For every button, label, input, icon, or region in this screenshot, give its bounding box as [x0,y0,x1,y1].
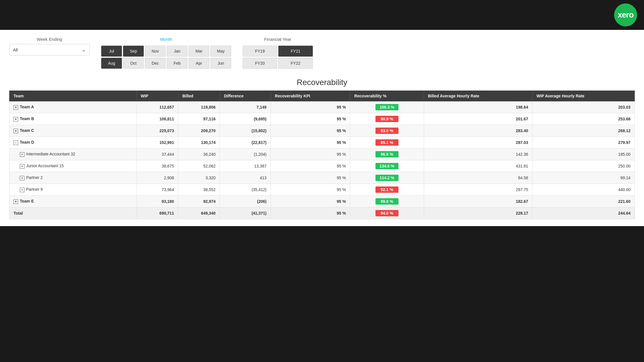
row-recov-pct: 134.6 % [350,160,424,172]
row-name-cell: +Team E [9,196,137,207]
row-difference: (206) [220,196,271,207]
row-billed: 52,062 [178,160,220,172]
row-difference: (9,695) [220,113,271,125]
row-name-cell: +Team C [9,125,137,137]
table-row: +Intermediate Accountant 3237,44436,240(… [9,149,635,160]
row-name-cell: +Intermediate Accountant 32 [9,149,137,160]
col-header-wip-avg: WIP Average Hourly Rate [532,91,635,101]
expand-icon[interactable]: + [20,152,24,157]
table-row: +Partner 22,9083,32041395 %114.2 %84.589… [9,172,635,184]
fy-btn-fy20[interactable]: FY20 [243,58,277,69]
row-wip: 93,180 [137,196,178,207]
expand-icon[interactable]: + [14,199,18,204]
row-name-cell: +Team A [9,101,137,113]
row-recov-pct: 85.1 % [350,137,424,149]
table-title: Recoverability [9,78,635,87]
month-btn-sep[interactable]: Sep [123,46,144,57]
row-wip: 106,811 [137,113,178,125]
row-recov-pct: 106.3 % [350,101,424,113]
month-btn-nov[interactable]: Nov [145,46,166,57]
row-difference: (35,412) [220,184,271,196]
month-btn-apr[interactable]: Apr [189,58,209,69]
recov-badge: 94.0 % [375,210,398,216]
row-recov_kpi: 95 % [271,137,350,149]
fy-grid: FY19 FY21 FY20 FY22 [243,46,313,69]
top-bar: xero [0,0,644,30]
row-billed_avg: 283.40 [424,125,532,137]
col-header-wip: WIP [137,91,178,101]
row-wip: 73,964 [137,184,178,196]
month-btn-jul[interactable]: Jul [101,46,122,57]
row-recov-pct: 96.8 % [350,149,424,160]
table-row: +Junior Accountant 1538,67552,06213,3879… [9,160,635,172]
table-row: +Team B106,81197,116(9,695)95 %90.9 %201… [9,113,635,125]
row-recov_kpi: 95 % [271,125,350,137]
expand-icon[interactable]: + [20,188,24,192]
row-recov_kpi: 95 % [271,160,350,172]
row-billed_avg: 431.81 [424,160,532,172]
table-row: +Team E93,18092,974(206)95 %99.8 %182.67… [9,196,635,207]
row-billed_avg: 198.64 [424,101,532,113]
row-recov-pct: 90.9 % [350,113,424,125]
expand-icon[interactable]: + [20,176,24,180]
row-difference: (1,204) [220,149,271,160]
row-recov_kpi: 95 % [271,207,350,219]
row-recov-pct: 114.2 % [350,172,424,184]
month-btn-aug[interactable]: Aug [101,58,122,69]
fy-btn-fy22[interactable]: FY22 [278,58,313,69]
row-difference: (41,371) [220,207,271,219]
xero-logo: xero [614,3,637,26]
row-billed_avg: 84.58 [424,172,532,184]
row-difference: 7,149 [220,101,271,113]
row-billed_avg: 297.75 [424,184,532,196]
expand-icon[interactable]: + [14,117,18,122]
row-recov-pct: 99.8 % [350,196,424,207]
fy-btn-fy19[interactable]: FY19 [243,46,277,57]
month-btn-mar[interactable]: Mar [189,46,209,57]
row-billed_avg: 287.03 [424,137,532,149]
table-row: +Team A112,657119,8067,14995 %106.3 %198… [9,101,635,113]
row-name-cell: -Team D [9,137,137,149]
filters-row: Week Ending All ⌄ Month Jul Sep Nov Jan … [9,37,635,69]
col-header-recov-pct: Recoverability % [350,91,424,101]
week-ending-dropdown[interactable]: All ⌄ [9,44,90,55]
row-name-cell: +Partner 9 [9,184,137,196]
row-name: Team B [20,116,34,121]
row-name-cell: +Partner 2 [9,172,137,184]
row-billed: 209,270 [178,125,220,137]
row-recov_kpi: 95 % [271,113,350,125]
fy-btn-fy21[interactable]: FY21 [278,46,313,57]
row-wip: 225,073 [137,125,178,137]
month-btn-may[interactable]: May [210,46,231,57]
row-wip_avg: 203.03 [532,101,635,113]
table-row: +Team C225,073209,270(15,802)95 %93.0 %2… [9,125,635,137]
table-row: +Partner 973,96438,552(35,412)95 %52.1 %… [9,184,635,196]
recov-badge: 99.8 % [375,198,398,205]
row-billed: 38,552 [178,184,220,196]
month-btn-feb[interactable]: Feb [167,58,187,69]
row-difference: (15,802) [220,125,271,137]
row-name: Intermediate Accountant 32 [26,152,75,156]
expand-icon[interactable]: + [20,164,24,169]
row-name: Team D [20,140,34,145]
month-btn-dec[interactable]: Dec [145,58,166,69]
month-btn-oct[interactable]: Oct [123,58,144,69]
row-name: Junior Accountant 15 [26,163,64,168]
table-section: Recoverability Team WIP Billed Differenc… [9,78,635,219]
expand-icon[interactable]: + [14,129,18,133]
recov-badge: 96.8 % [375,151,398,157]
recov-badge: 134.6 % [375,163,398,169]
row-name: Team C [20,128,34,133]
collapse-icon[interactable]: - [14,140,18,145]
row-wip: 152,991 [137,137,178,149]
table-row: Total690,711649,340(41,371)95 %94.0 %228… [9,207,635,219]
row-billed: 36,240 [178,149,220,160]
month-btn-jan[interactable]: Jan [167,46,187,57]
row-recov-pct: 52.1 % [350,184,424,196]
row-name: Team A [20,105,34,109]
row-name: Team E [20,199,34,203]
month-btn-jun[interactable]: Jun [210,58,231,69]
row-wip_avg: 250.00 [532,160,635,172]
expand-icon[interactable]: + [14,105,18,110]
row-billed: 130,174 [178,137,220,149]
